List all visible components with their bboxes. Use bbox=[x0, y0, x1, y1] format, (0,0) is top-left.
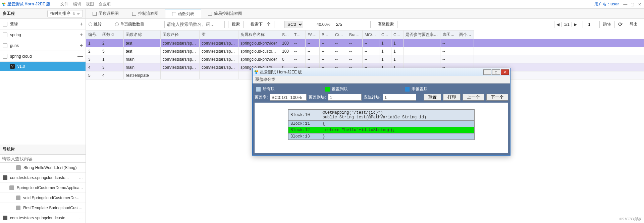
project-version[interactable]: Vv1.0 bbox=[0, 62, 86, 71]
maximize-icon[interactable]: ▢ bbox=[630, 2, 636, 7]
projects-header: 多工程 按时间排序 ⇅ ⟳ bbox=[0, 9, 86, 19]
rate-input[interactable] bbox=[270, 94, 307, 101]
prev-button[interactable]: 上一个 bbox=[463, 94, 484, 101]
column-header[interactable]: 两个版本对比结果 bbox=[457, 31, 474, 39]
menu-enterprise[interactable]: 企业项 bbox=[99, 1, 111, 7]
table-row[interactable]: 12testcom/teststars/sprin...com/teststar… bbox=[86, 39, 644, 47]
code-block-row[interactable]: Block:13} bbox=[288, 133, 475, 140]
column-header[interactable]: 函数Id bbox=[100, 31, 124, 39]
reset-button[interactable]: 重置 bbox=[424, 94, 441, 101]
export-button[interactable]: 导出 bbox=[626, 21, 641, 28]
column-header[interactable]: 虚函数值 bbox=[440, 31, 457, 39]
page-number-input[interactable] bbox=[583, 21, 596, 28]
block-code: } bbox=[320, 133, 475, 140]
minimize-icon[interactable]: — bbox=[622, 2, 628, 7]
column-header[interactable]: 类 bbox=[200, 31, 238, 39]
fraction-input[interactable] bbox=[334, 21, 371, 28]
cell: com/teststars/sprin... bbox=[200, 55, 238, 63]
dialog-titlebar[interactable]: 星云测试 Horn-J2EE 版 _ □ ✕ bbox=[253, 68, 510, 76]
tree-item[interactable]: com.teststars.springcloudcusto...… bbox=[0, 173, 86, 183]
tree-item[interactable]: SpringcloudCustomerDemoApplica... bbox=[0, 183, 86, 193]
close-icon[interactable]: ✕ bbox=[637, 2, 643, 7]
expand-icon[interactable]: + bbox=[80, 21, 83, 27]
tab-1[interactable]: 控制流程图 bbox=[125, 9, 165, 18]
code-block-row[interactable]: Block:11{ bbox=[288, 121, 475, 127]
column-header[interactable]: CC1 bbox=[391, 31, 404, 39]
coverage-dialog: 星云测试 Horn-J2EE 版 _ □ ✕ 覆盖率分类 所有块 覆盖到块 未覆… bbox=[252, 68, 511, 156]
radio-jump[interactable]: 跳转 bbox=[89, 21, 102, 27]
view-tabs: 函数调用图控制流程图函数列表简易控制流程图 bbox=[86, 9, 644, 19]
jump-button[interactable]: 跳转 bbox=[599, 21, 615, 28]
next-button[interactable]: 下一个 bbox=[486, 94, 508, 101]
cell: -- bbox=[333, 39, 347, 47]
column-header[interactable]: MC/DC bbox=[363, 31, 379, 39]
dialog-minimize-icon[interactable]: _ bbox=[483, 69, 491, 75]
column-header[interactable]: BOTH bbox=[320, 31, 333, 39]
column-header[interactable]: 编号. bbox=[86, 31, 100, 39]
column-header[interactable]: C/DC bbox=[333, 31, 347, 39]
tab-0[interactable]: 函数调用图 bbox=[86, 9, 125, 18]
expand-icon[interactable]: + bbox=[80, 43, 83, 49]
reload-icon[interactable]: ⟳ bbox=[618, 21, 623, 27]
total-input[interactable] bbox=[383, 94, 416, 101]
search-input[interactable] bbox=[164, 21, 225, 28]
tab-label: 函数调用图 bbox=[99, 11, 119, 16]
cell bbox=[457, 39, 474, 47]
advanced-search-button[interactable]: 高级搜索 bbox=[374, 21, 397, 28]
cell: -- bbox=[292, 39, 306, 47]
tab-3[interactable]: 简易控制流程图 bbox=[201, 9, 249, 18]
menu-view[interactable]: 视图 bbox=[86, 1, 94, 7]
more-icon[interactable]: … bbox=[79, 216, 83, 220]
dialog-maximize-icon[interactable]: □ bbox=[492, 69, 500, 75]
project-item[interactable]: 蓝缘+ bbox=[0, 19, 86, 30]
column-header[interactable]: 函数路径 bbox=[161, 31, 200, 39]
page-last-icon[interactable]: ▶ bbox=[572, 22, 579, 27]
menu-file[interactable]: 文件 bbox=[60, 1, 68, 7]
tree-item[interactable]: String HelloWorld::test(String) bbox=[0, 163, 86, 173]
sort-button[interactable]: 按时间排序 ⇅ ⟳ bbox=[47, 10, 83, 17]
user-label: 用户名：user bbox=[594, 1, 619, 7]
cell: 100 bbox=[280, 47, 292, 55]
project-item[interactable]: guns+ bbox=[0, 40, 86, 51]
block-code: { bbox=[320, 121, 475, 127]
column-header[interactable]: TRUE bbox=[292, 31, 306, 39]
code-block-row[interactable]: Block:12 return "hello"+id.toString(); bbox=[288, 127, 475, 133]
code-block-row[interactable]: Block:10@GetMapping("/test/{id}") public… bbox=[288, 110, 475, 121]
dialog-close-icon[interactable]: ✕ bbox=[501, 69, 509, 75]
covered-input[interactable] bbox=[328, 94, 362, 101]
column-header[interactable]: SC0 bbox=[280, 31, 292, 39]
column-header[interactable]: CC0 bbox=[379, 31, 391, 39]
cell bbox=[404, 39, 440, 47]
page-indicator: 1/1 bbox=[561, 22, 572, 27]
tab-icon bbox=[172, 12, 176, 16]
radio-single-page[interactable]: 单页函数数目 bbox=[115, 21, 144, 27]
sc-select[interactable]: SC0 bbox=[284, 21, 303, 28]
column-header[interactable]: 所属程序名称 bbox=[238, 31, 280, 39]
column-header[interactable]: Branch bbox=[347, 31, 363, 39]
project-item[interactable]: spring cloud— bbox=[0, 51, 86, 62]
expand-icon[interactable]: + bbox=[80, 32, 83, 38]
project-item[interactable]: spring+ bbox=[0, 30, 86, 40]
page-first-icon[interactable]: ◀ bbox=[554, 22, 561, 27]
tree-node-label: RestTemplate SpringcloudCustome bbox=[23, 206, 83, 210]
column-header[interactable]: FALSE bbox=[306, 31, 320, 39]
column-header[interactable]: 是否参与覆盖率计算 bbox=[404, 31, 440, 39]
nav-filter-input[interactable] bbox=[0, 155, 86, 163]
print-button[interactable]: 打印 bbox=[443, 94, 461, 101]
search-button[interactable]: 搜索 bbox=[228, 21, 244, 28]
refresh-icon: ⟳ bbox=[77, 12, 80, 15]
expand-icon[interactable]: — bbox=[77, 53, 83, 59]
search-next-button[interactable]: 搜索下一个 bbox=[247, 21, 274, 28]
cell: springcloud-customer bbox=[238, 47, 280, 55]
menu-edit[interactable]: 编辑 bbox=[73, 1, 81, 7]
cell: com/teststars/sprin... bbox=[161, 63, 200, 71]
tree-item[interactable]: com.teststars.springcloudcusto...… bbox=[0, 213, 86, 223]
tab-2[interactable]: 函数列表 bbox=[165, 9, 201, 18]
table-row[interactable]: 31maincom/teststars/sprin...com/teststar… bbox=[86, 55, 644, 63]
svg-point-5 bbox=[255, 72, 257, 74]
table-row[interactable]: 25testcom/teststars/sprin...com/teststar… bbox=[86, 47, 644, 55]
tree-item[interactable]: RestTemplate SpringcloudCustome bbox=[0, 203, 86, 213]
more-icon[interactable]: … bbox=[79, 175, 83, 180]
column-header[interactable]: 函数名称 bbox=[124, 31, 161, 39]
tree-item[interactable]: void SpringcloudCustomerDemoAp bbox=[0, 193, 86, 203]
